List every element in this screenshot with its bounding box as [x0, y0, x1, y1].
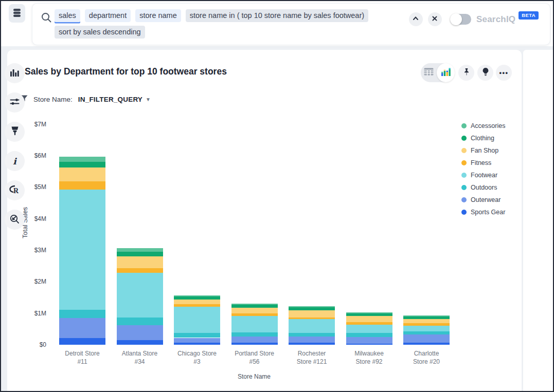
search-bar[interactable]: salesdepartmentstore namestore name in (…	[32, 3, 550, 45]
chart-type-button[interactable]	[5, 63, 25, 83]
bar-segment[interactable]	[346, 337, 392, 344]
legend-dot	[461, 160, 467, 165]
table-view-button[interactable]	[421, 63, 437, 82]
legend-label: Accessories	[471, 122, 505, 129]
collapse-search-button[interactable]	[409, 12, 423, 26]
data-source-button[interactable]	[9, 4, 25, 23]
legend-label: Fitness	[471, 159, 491, 166]
bar-segment[interactable]	[117, 340, 163, 345]
bar-segment[interactable]	[117, 318, 163, 325]
bar-segment[interactable]	[403, 315, 450, 316]
bar-segment[interactable]	[403, 316, 450, 319]
insights-button[interactable]	[477, 65, 493, 81]
bar-segment[interactable]	[231, 332, 278, 337]
bar-segment[interactable]	[117, 273, 163, 318]
search-header-controls: SearchIQ BETA	[409, 12, 541, 26]
bar-segment[interactable]	[117, 252, 163, 256]
legend-item[interactable]: Accessories	[461, 120, 505, 132]
bar-segment[interactable]	[59, 310, 105, 318]
legend-item[interactable]: Fitness	[461, 157, 505, 169]
search-token[interactable]: sales	[55, 9, 80, 22]
bar-segment[interactable]	[174, 343, 220, 345]
lightbulb-icon	[481, 67, 490, 78]
bar-segment[interactable]	[59, 338, 105, 345]
bar-segment[interactable]	[59, 190, 105, 310]
beta-badge: BETA	[519, 11, 539, 20]
clear-search-button[interactable]	[428, 12, 442, 26]
bar-segment[interactable]	[59, 162, 105, 168]
bar-segment[interactable]	[289, 343, 335, 345]
bar-segment[interactable]	[59, 157, 105, 161]
bar-segment[interactable]	[59, 167, 105, 181]
bar-segment[interactable]	[231, 304, 278, 305]
legend-item[interactable]: Outerwear	[461, 194, 505, 206]
bar-segment[interactable]	[231, 337, 278, 343]
bar-segment[interactable]	[59, 318, 105, 338]
search-token[interactable]: store name	[135, 9, 181, 22]
explore-button[interactable]	[5, 210, 25, 230]
legend-item[interactable]: Sports Gear	[461, 206, 505, 218]
bar-segment[interactable]	[231, 308, 278, 313]
legend-item[interactable]: Outdoors	[461, 181, 505, 194]
bar-segment[interactable]	[174, 333, 220, 338]
bar-segment[interactable]	[117, 256, 163, 268]
search-token[interactable]: department	[85, 9, 131, 22]
bar-segment[interactable]	[117, 268, 163, 273]
bar-segment[interactable]	[174, 296, 220, 300]
bar-segment[interactable]	[403, 319, 450, 324]
filter-value-dropdown[interactable]: IN_FILTER_QUERY ▼	[78, 96, 151, 103]
bar-segment[interactable]	[346, 325, 392, 333]
search-token[interactable]: store name in ( top 10 store name by sal…	[186, 9, 368, 22]
bar-segment[interactable]	[59, 181, 105, 189]
bar-segment[interactable]	[174, 307, 220, 333]
chart-config-button[interactable]	[5, 92, 25, 113]
bar-chart-icon	[10, 68, 19, 78]
bar-segment[interactable]	[174, 300, 220, 305]
bar-segment[interactable]	[346, 344, 392, 345]
answer-title: Sales by Department for top 10 footwear …	[25, 66, 227, 77]
bar-segment[interactable]	[403, 334, 450, 343]
bar-segment[interactable]	[403, 343, 450, 345]
bar-segment[interactable]	[346, 313, 392, 316]
bar-segment[interactable]	[289, 310, 335, 318]
bar-segment[interactable]	[289, 333, 335, 337]
bar-segment[interactable]	[403, 323, 450, 325]
bar-segment[interactable]	[117, 248, 163, 252]
bar-segment[interactable]	[289, 306, 335, 307]
bar-segment[interactable]	[346, 322, 392, 324]
bar-segment[interactable]	[117, 325, 163, 340]
bar-segment[interactable]	[231, 305, 278, 308]
searchiq-label: SearchIQ	[476, 14, 515, 25]
bar-segment[interactable]	[289, 319, 335, 332]
bar-segment[interactable]	[346, 316, 392, 322]
legend-item[interactable]: Clothing	[461, 132, 505, 144]
pin-button[interactable]	[458, 65, 474, 81]
bar-segment[interactable]	[403, 326, 450, 332]
legend-dot	[461, 148, 467, 153]
legend-item[interactable]: Fan Shop	[461, 144, 505, 157]
bar-segment[interactable]	[403, 331, 450, 334]
bar-segment[interactable]	[289, 337, 335, 343]
x-category-label: Atlanta Store#34	[110, 349, 170, 366]
search-token-rows: salesdepartmentstore namestore name in (…	[55, 9, 415, 42]
bar-segment[interactable]	[174, 338, 220, 343]
bar-segment[interactable]	[174, 304, 220, 306]
chart-view-button[interactable]	[437, 63, 455, 82]
bar-segment[interactable]	[231, 313, 278, 316]
bar-segment[interactable]	[289, 318, 335, 320]
more-options-button[interactable]: •••	[496, 65, 512, 81]
r-analysis-button[interactable]: R	[5, 180, 25, 200]
searchiq-toggle[interactable]	[450, 14, 471, 25]
bar-segment[interactable]	[346, 312, 392, 313]
legend-label: Footwear	[471, 172, 497, 179]
style-button[interactable]	[5, 122, 25, 142]
info-button[interactable]: i	[5, 151, 25, 171]
search-token[interactable]: sort by sales descending	[55, 26, 145, 39]
bar-segment[interactable]	[174, 295, 220, 296]
legend-item[interactable]: Footwear	[461, 169, 505, 181]
bar-segment[interactable]	[289, 307, 335, 310]
legend-dot	[461, 123, 467, 128]
bar-segment[interactable]	[231, 343, 278, 345]
bar-segment[interactable]	[346, 333, 392, 337]
bar-segment[interactable]	[231, 316, 278, 333]
